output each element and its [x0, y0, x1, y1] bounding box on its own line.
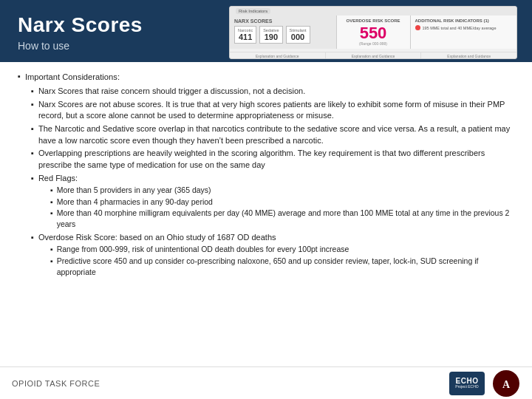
sedative-value: 190: [263, 33, 279, 41]
red-flag-char-3: ▪: [50, 208, 53, 229]
stimulant-score-box: Stimulant 000: [286, 26, 310, 44]
sub-item-2-text: Narx Scores are not abuse scores. It is …: [38, 99, 514, 122]
explanation-cell-2: Explanation and Guidance: [326, 52, 422, 59]
sub-char-1: ▪: [31, 86, 34, 98]
sub-item-5-content: Red Flags: ▪ More than 5 providers in an…: [38, 173, 514, 231]
additional-panel: ADDITIONAL RISK INDICATORS (1) 195 MME t…: [411, 16, 517, 49]
main-bullet-item: ▪ Important Considerations:: [18, 71, 514, 83]
indicator-dot: [415, 25, 420, 30]
additional-label: ADDITIONAL RISK INDICATORS (1): [415, 18, 513, 23]
red-flag-3: ▪ More than 40 morphine milligram equiva…: [50, 208, 514, 229]
red-flag-3-text: More than 40 morphine milligram equivale…: [57, 208, 514, 229]
overdose-item-content: Overdose Risk Score: based on an Ohio st…: [38, 232, 514, 279]
echo-subtitle: Project ECHO: [455, 385, 478, 389]
overdose-sub-1-text: Range from 000-999, risk of unintentiona…: [57, 244, 349, 255]
overdose-sub-char-1: ▪: [50, 244, 53, 255]
stimulant-value: 000: [290, 33, 307, 41]
echo-logo-inner: ECHO Project ECHO: [455, 377, 478, 389]
sub-item-5: ▪ Red Flags: ▪ More than 5 providers in …: [31, 173, 514, 231]
narx-scores-panel: NARX SCORES Narcotic 411 Sedative 190 St…: [230, 16, 337, 49]
overdose-sub-2-text: Predictive score 450 and up consider co-…: [57, 256, 514, 277]
overdose-item-text: Overdose Risk Score: based on an Ohio st…: [38, 233, 276, 242]
overdose-label: OVERDOSE RISK SCORE: [346, 18, 400, 23]
red-flags-list: ▪ More than 5 providers in any year (365…: [50, 185, 514, 230]
red-flag-1: ▪ More than 5 providers in any year (365…: [50, 185, 514, 196]
footer: OPIOID TASK FORCE ECHO Project ECHO A: [0, 366, 532, 399]
explanation-cell-3: Explanation and Guidance: [421, 52, 516, 59]
narx-scores-row: Narcotic 411 Sedative 190 Stimulant 000: [234, 26, 332, 44]
narx-image-panel: Risk Indicators NARX SCORES Narcotic 411…: [229, 6, 517, 59]
sub-item-1-text: Narx Scores that raise concern should tr…: [38, 86, 305, 98]
overdose-panel: OVERDOSE RISK SCORE 550 (Range 000-999): [337, 16, 411, 49]
panel-label-row: Risk Indicators: [230, 7, 516, 16]
indicator-text: 195 MME total and 40 MME/day average: [423, 26, 497, 30]
main-bullet-char: ▪: [18, 71, 21, 83]
footer-text: OPIOID TASK FORCE: [12, 379, 100, 388]
additional-indicator-row: 195 MME total and 40 MME/day average: [415, 25, 513, 30]
sub-char-5: ▪: [31, 173, 34, 231]
narx-scores-label: NARX SCORES: [234, 18, 332, 24]
tamu-emblem: A: [493, 370, 519, 397]
sub-list: ▪ Narx Scores that raise concern should …: [31, 86, 514, 278]
overdose-sub-1: ▪ Range from 000-999, risk of unintentio…: [50, 244, 514, 255]
footer-logos: ECHO Project ECHO A: [449, 369, 520, 398]
sub-char-3: ▪: [31, 123, 34, 146]
sub-item-5-text: Red Flags:: [38, 174, 78, 183]
sub-item-4: ▪ Overlapping prescriptions are heavily …: [31, 148, 514, 171]
overdose-range: (Range 000-999): [359, 41, 387, 46]
tamu-logo: A: [492, 369, 520, 398]
sub-char-4: ▪: [31, 148, 34, 171]
main-content: ▪ Important Considerations: ▪ Narx Score…: [0, 62, 532, 286]
sub-item-3-text: The Narcotic and Sedative score overlap …: [38, 123, 514, 146]
main-bullet-text: Important Considerations:: [25, 71, 120, 83]
overdose-sub-2: ▪ Predictive score 450 and up consider c…: [50, 256, 514, 277]
red-flag-char-2: ▪: [50, 197, 53, 208]
header: Narx Scores How to use Risk Indicators N…: [0, 0, 532, 62]
red-flag-2: ▪ More than 4 pharmacies in any 90-day p…: [50, 197, 514, 208]
sub-item-4-text: Overlapping prescriptions are heavily we…: [38, 148, 514, 171]
red-flag-2-text: More than 4 pharmacies in any 90-day per…: [57, 197, 213, 208]
overdose-value: 550: [360, 25, 387, 41]
explanation-cell-1: Explanation and Guidance: [230, 52, 326, 59]
explanation-row: Explanation and Guidance Explanation and…: [230, 52, 516, 59]
red-flag-1-text: More than 5 providers in any year (365 d…: [57, 185, 211, 196]
sub-item-1: ▪ Narx Scores that raise concern should …: [31, 86, 514, 98]
echo-logo: ECHO Project ECHO: [449, 372, 485, 395]
overdose-sub-list: ▪ Range from 000-999, risk of unintentio…: [50, 244, 514, 277]
sub-item-3: ▪ The Narcotic and Sedative score overla…: [31, 123, 514, 146]
risk-indicators-label: Risk Indicators: [236, 8, 270, 14]
overdose-item: ▪ Overdose Risk Score: based on an Ohio …: [31, 232, 514, 279]
narcotic-value: 411: [238, 33, 253, 41]
svg-text:A: A: [502, 379, 511, 390]
red-flag-char-1: ▪: [50, 185, 53, 196]
overdose-char: ▪: [31, 232, 34, 279]
overdose-sub-char-2: ▪: [50, 256, 53, 277]
narcotic-score-box: Narcotic 411: [234, 26, 256, 44]
sub-item-2: ▪ Narx Scores are not abuse scores. It i…: [31, 99, 514, 122]
sedative-score-box: Sedative 190: [259, 26, 282, 44]
sub-char-2: ▪: [31, 99, 34, 122]
